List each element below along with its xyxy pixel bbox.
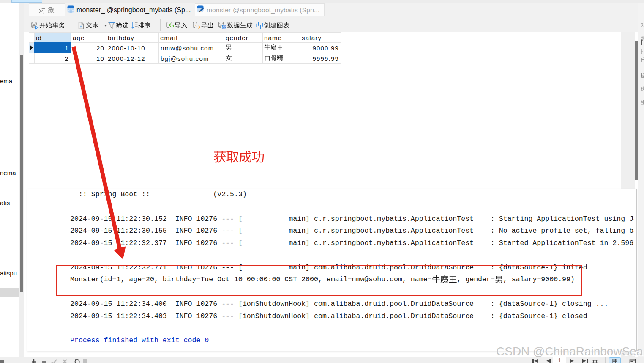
svg-text:ABC: ABC: [222, 27, 226, 29]
